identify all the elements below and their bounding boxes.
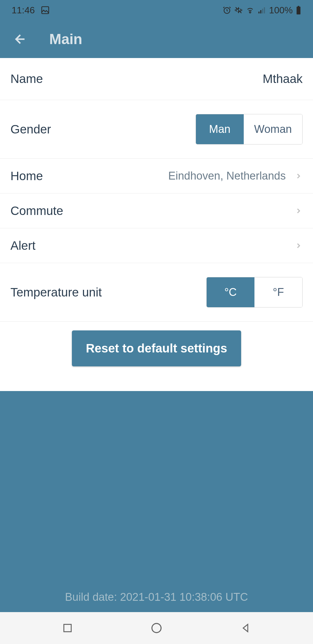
status-bar-left: 11:46 [12,5,50,16]
alarm-icon [223,6,231,15]
vibrate-icon [234,6,243,15]
svg-rect-0 [42,7,49,14]
back-button[interactable] [12,30,29,48]
setting-commute-row[interactable]: Commute [0,193,313,228]
status-bar-right: 100% [223,5,301,16]
temp-option-fahrenheit[interactable]: °F [254,277,302,307]
header: Main [0,20,313,58]
footer: Build date: 2021-01-31 10:38:06 UTC [0,391,313,612]
gender-label: Gender [10,122,51,136]
navigation-bar [0,612,313,644]
home-value: Eindhoven, Netherlands [168,170,286,182]
home-label: Home [10,169,43,183]
name-label: Name [10,72,43,86]
temp-option-celsius[interactable]: °C [207,277,254,307]
status-time: 11:46 [12,5,35,16]
svg-rect-7 [296,7,300,15]
signal-icon [257,6,266,15]
chevron-right-icon [294,207,303,215]
setting-home-row[interactable]: Home Eindhoven, Netherlands [0,159,313,193]
page-title: Main [49,31,82,48]
recent-apps-button[interactable] [53,623,82,634]
svg-rect-6 [264,7,265,13]
image-icon [41,6,50,15]
status-bar: 11:46 [0,0,313,20]
gender-option-man[interactable]: Man [196,114,244,144]
name-value: Mthaak [263,72,303,86]
alert-label: Alert [10,239,35,253]
gender-toggle-group: Man Woman [196,114,303,144]
battery-percentage: 100% [269,5,293,16]
svg-rect-5 [262,9,263,13]
reset-button[interactable]: Reset to default settings [72,330,241,366]
setting-gender-row: Gender Man Woman [0,100,313,159]
commute-label: Commute [10,204,63,218]
content-area: Name Mthaak Gender Man Woman Home Eindho… [0,58,313,612]
gender-option-woman[interactable]: Woman [244,114,302,144]
chevron-right-icon [294,242,303,250]
reset-button-container: Reset to default settings [0,322,313,391]
build-date: Build date: 2021-01-31 10:38:06 UTC [65,591,248,603]
battery-icon [296,6,301,15]
wifi-icon [246,6,254,15]
back-nav-button[interactable] [231,623,260,634]
temperature-label: Temperature unit [10,285,102,299]
setting-name-row[interactable]: Name Mthaak [0,58,313,100]
home-button[interactable] [142,622,171,634]
svg-rect-4 [260,10,261,13]
settings-list: Name Mthaak Gender Man Woman Home Eindho… [0,58,313,322]
setting-alert-row[interactable]: Alert [0,228,313,263]
svg-point-10 [152,623,161,633]
svg-rect-9 [64,624,71,632]
svg-rect-8 [298,6,299,7]
home-value-wrap: Eindhoven, Netherlands [168,170,303,182]
setting-temperature-row: Temperature unit °C °F [0,263,313,322]
temperature-toggle-group: °C °F [206,277,303,307]
chevron-right-icon [294,172,303,180]
svg-rect-3 [259,12,260,13]
